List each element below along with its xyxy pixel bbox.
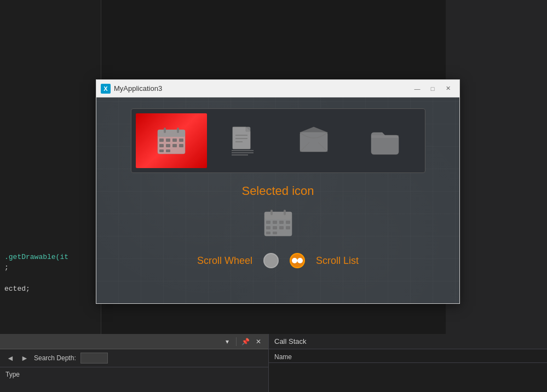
- svg-rect-3: [166, 139, 170, 142]
- svg-rect-29: [273, 226, 277, 229]
- folder-icon-cell[interactable]: [349, 113, 421, 168]
- scroll-list-label: Scroll List: [316, 255, 359, 267]
- svg-rect-7: [166, 144, 170, 147]
- folder-icon: [368, 124, 401, 157]
- svg-rect-8: [172, 144, 177, 147]
- selected-section: Selected icon: [241, 184, 314, 239]
- left-bottom-panel: ▾ 📌 ✕ ◄ ► Search Depth: Type: [0, 334, 268, 392]
- svg-rect-23: [264, 212, 292, 219]
- type-header: Type: [0, 367, 268, 381]
- search-depth-label: Search Depth:: [34, 354, 76, 362]
- code-line-1: .getDrawable(it: [0, 252, 101, 262]
- calendar-icon-cell[interactable]: [136, 113, 207, 168]
- dropdown-button[interactable]: ▾: [222, 336, 233, 347]
- scroll-wheel-radio[interactable]: [263, 253, 279, 268]
- maximize-button[interactable]: □: [425, 83, 440, 94]
- close-button[interactable]: ✕: [441, 83, 455, 94]
- pin-button[interactable]: 📌: [240, 336, 251, 347]
- radio-active-dot: [292, 258, 297, 263]
- search-section: ◄ ► Search Depth:: [0, 349, 268, 367]
- nav-forward-button[interactable]: ►: [20, 353, 30, 363]
- scroll-wheel-label: Scroll Wheel: [197, 255, 252, 267]
- code-editor: .getDrawable(it ; ected;: [0, 0, 101, 334]
- call-stack-content: Name: [269, 349, 547, 365]
- title-bar-left: X MyApplication3: [101, 84, 162, 94]
- svg-rect-11: [166, 149, 170, 152]
- app-icon: X: [101, 84, 111, 94]
- call-stack-panel: Call Stack Name: [268, 334, 547, 392]
- envelope-icon: [297, 124, 330, 157]
- svg-rect-34: [270, 210, 273, 215]
- svg-rect-30: [279, 226, 284, 229]
- app-window: X MyApplication3 — □ ✕: [96, 79, 460, 304]
- name-column-header: Name: [274, 353, 292, 361]
- call-stack-header: Call Stack: [269, 334, 547, 349]
- svg-rect-5: [179, 139, 183, 142]
- radio-section: Scroll Wheel Scroll List: [197, 253, 359, 268]
- svg-rect-32: [266, 232, 270, 234]
- svg-rect-10: [159, 149, 164, 152]
- calendar-icon: [155, 124, 188, 157]
- svg-rect-2: [159, 139, 164, 142]
- left-bottom-toolbar: ▾ 📌 ✕: [0, 334, 268, 349]
- code-line-3: ected;: [0, 284, 101, 294]
- app-content: Selected icon Scroll Wheel: [96, 97, 459, 303]
- selected-icon-display: [262, 206, 295, 239]
- envelope-icon-cell[interactable]: [278, 113, 349, 168]
- svg-rect-27: [286, 221, 290, 224]
- svg-rect-9: [179, 144, 183, 147]
- minimize-button[interactable]: —: [410, 83, 424, 94]
- search-depth-input[interactable]: [80, 353, 108, 364]
- svg-rect-1: [158, 130, 185, 137]
- selected-label: Selected icon: [241, 184, 314, 198]
- nav-back-button[interactable]: ◄: [5, 353, 15, 363]
- svg-rect-25: [273, 221, 277, 224]
- scroll-list-radio[interactable]: [290, 253, 305, 268]
- toolbar-divider-1: [236, 337, 237, 346]
- app-title: MyApplication3: [114, 84, 162, 93]
- svg-rect-35: [284, 210, 286, 215]
- call-stack-title: Call Stack: [274, 337, 307, 345]
- svg-rect-4: [172, 139, 177, 142]
- type-label: Type: [5, 371, 20, 378]
- code-line-2: ;: [0, 262, 101, 273]
- title-bar: X MyApplication3 — □ ✕: [96, 80, 459, 97]
- title-buttons: — □ ✕: [410, 83, 455, 94]
- icon-grid: [131, 108, 425, 173]
- svg-rect-12: [164, 128, 166, 133]
- call-stack-col-header: Name: [269, 351, 547, 363]
- right-panel: [446, 0, 547, 334]
- svg-rect-13: [177, 128, 179, 133]
- document-icon-cell[interactable]: [207, 113, 278, 168]
- document-icon: [226, 124, 259, 157]
- svg-rect-24: [266, 221, 270, 224]
- svg-rect-26: [279, 221, 284, 224]
- svg-rect-33: [273, 232, 277, 234]
- svg-rect-31: [286, 226, 290, 229]
- svg-rect-6: [159, 144, 164, 147]
- svg-rect-28: [266, 226, 270, 229]
- close-panel-button[interactable]: ✕: [253, 336, 264, 347]
